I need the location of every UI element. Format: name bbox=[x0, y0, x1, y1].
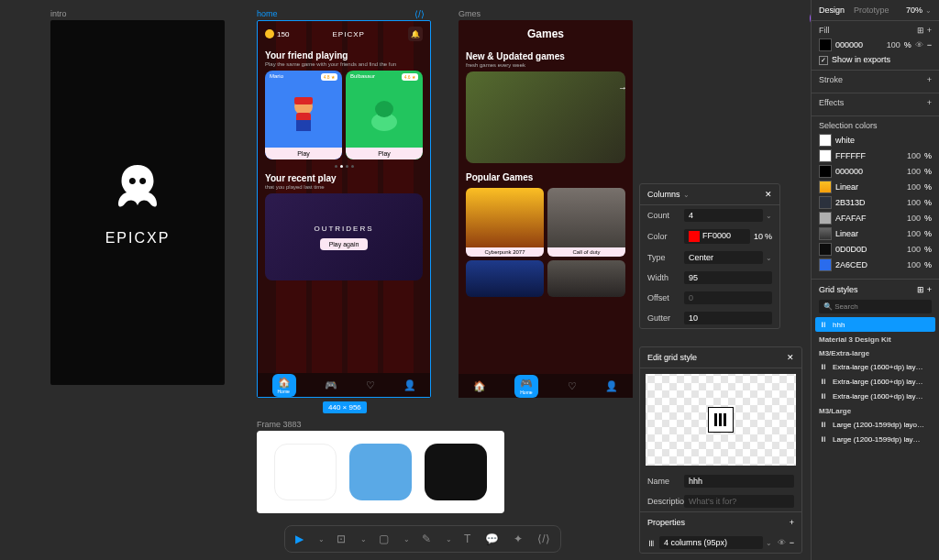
minus-icon[interactable]: − bbox=[790, 538, 794, 547]
frame-label-home[interactable]: home bbox=[257, 9, 278, 18]
frame-intro[interactable]: EPICXP bbox=[50, 20, 225, 385]
search-input[interactable]: 🔍 Search bbox=[819, 300, 932, 313]
pen-tool-icon[interactable]: ✎ bbox=[419, 530, 434, 548]
edit-grid-panel[interactable]: Edit grid style✕ Namehhh DescriptionWhat… bbox=[639, 346, 802, 554]
color-chip[interactable] bbox=[819, 149, 832, 162]
color-chip[interactable] bbox=[819, 243, 832, 256]
frame-tool-icon[interactable]: ⊡ bbox=[334, 530, 348, 548]
plus-icon[interactable]: + bbox=[927, 26, 932, 35]
swatch-blue[interactable] bbox=[349, 444, 412, 500]
dev-mode-icon[interactable]: ⟨/⟩ bbox=[535, 530, 552, 548]
nav-games[interactable]: 🎮Home bbox=[514, 375, 538, 398]
color-input[interactable]: FF0000 bbox=[684, 229, 750, 244]
plus-icon[interactable]: + bbox=[927, 98, 932, 107]
comment-tool-icon[interactable]: 💬 bbox=[482, 530, 502, 548]
color-chip[interactable] bbox=[819, 227, 832, 240]
dev-icon[interactable]: ⟨/⟩ bbox=[414, 9, 425, 19]
color-hex[interactable]: 000000 bbox=[835, 167, 903, 176]
rectangle-tool-icon[interactable]: ▢ bbox=[376, 530, 392, 548]
color-chip[interactable] bbox=[819, 134, 832, 147]
grid-style-item[interactable]: ⫼Large (1200-1599dp) lay… bbox=[815, 432, 935, 446]
popular-card-4[interactable] bbox=[547, 260, 625, 297]
nav-profile-icon[interactable]: 👤 bbox=[403, 379, 416, 391]
move-tool-icon[interactable]: ▶ bbox=[293, 530, 306, 548]
frame-games[interactable]: Games New & Updated games fresh games ev… bbox=[458, 20, 633, 398]
nav-heart-icon[interactable]: ♡ bbox=[568, 380, 577, 392]
name-input[interactable]: hhh bbox=[684, 475, 794, 488]
frame-label-intro[interactable]: intro bbox=[50, 9, 67, 18]
game-card-bulbasaur[interactable]: Bulbasaur4.6 ★ Play bbox=[346, 71, 423, 159]
popular-card-2[interactable]: Call of duty bbox=[547, 188, 625, 257]
color-chip[interactable] bbox=[819, 258, 832, 271]
arrow-right-icon[interactable]: → bbox=[618, 82, 627, 93]
color-hex[interactable]: FFFFFF bbox=[835, 151, 903, 160]
color-hex[interactable]: Linear bbox=[835, 229, 903, 238]
color-chip[interactable] bbox=[819, 196, 832, 209]
tab-prototype[interactable]: Prototype bbox=[854, 5, 889, 15]
play-again-button[interactable]: Play again bbox=[320, 238, 369, 250]
grid-style-item[interactable]: ⫼hhh bbox=[815, 317, 935, 332]
nav-home[interactable]: 🏠Home bbox=[272, 374, 296, 397]
property-value[interactable]: 4 columns (95px) bbox=[659, 536, 763, 549]
plus-icon[interactable]: + bbox=[927, 285, 932, 294]
nav-heart-icon[interactable]: ♡ bbox=[366, 379, 375, 391]
color-chip[interactable] bbox=[819, 165, 832, 178]
canvas[interactable]: intro EPICXP home ⟨/⟩ 150 EPICXP 🔔 Your … bbox=[0, 0, 600, 523]
color-hex[interactable]: 2A6CED bbox=[835, 260, 903, 269]
fill-chip[interactable] bbox=[819, 38, 832, 51]
plus-icon[interactable]: + bbox=[790, 518, 794, 527]
width-input[interactable]: 95 bbox=[684, 271, 772, 284]
grid-icon[interactable]: ⊞ bbox=[917, 26, 924, 35]
frame-label-games[interactable]: Gmes bbox=[458, 9, 481, 18]
swatch-white[interactable] bbox=[274, 444, 337, 500]
play-button[interactable]: Play bbox=[265, 148, 342, 159]
text-tool-icon[interactable]: T bbox=[461, 530, 473, 548]
bell-icon[interactable]: 🔔 bbox=[408, 27, 423, 41]
nav-games-icon[interactable]: 🎮 bbox=[325, 379, 337, 391]
color-chip[interactable] bbox=[819, 212, 832, 225]
type-select[interactable]: Center bbox=[684, 251, 763, 264]
close-icon[interactable]: ✕ bbox=[765, 190, 772, 199]
color-hex[interactable]: Linear bbox=[835, 182, 903, 192]
color-chip[interactable] bbox=[819, 181, 832, 193]
swatch-black[interactable] bbox=[425, 444, 487, 500]
plus-icon[interactable]: + bbox=[927, 75, 932, 84]
fill-pct[interactable]: 100 bbox=[887, 40, 900, 49]
offset-input[interactable]: 0 bbox=[684, 291, 772, 304]
frame-label-3883[interactable]: Frame 3883 bbox=[257, 420, 302, 429]
grid-style-item[interactable]: ⫼Extra-large (1600+dp) lay… bbox=[815, 374, 935, 389]
color-hex[interactable]: 0D0D0D bbox=[835, 245, 903, 254]
nav-home-icon[interactable]: 🏠 bbox=[473, 380, 486, 392]
chevron-down-icon[interactable]: ⌄ bbox=[766, 254, 772, 262]
grid-style-item[interactable]: ⫼Extra-large (1600+dp) lay… bbox=[815, 359, 935, 374]
count-input[interactable]: 4 bbox=[684, 209, 763, 222]
gutter-input[interactable]: 10 bbox=[684, 312, 772, 324]
frame-home[interactable]: 150 EPICXP 🔔 Your friend playing Play th… bbox=[257, 20, 431, 398]
popular-card-1[interactable]: Cyberpunk 2077 bbox=[466, 188, 544, 257]
eye-icon[interactable]: 👁 bbox=[915, 40, 923, 49]
desc-input[interactable]: What's it for? bbox=[684, 495, 794, 508]
frame-3883[interactable] bbox=[257, 431, 504, 513]
checkbox[interactable]: ✓ bbox=[819, 56, 828, 65]
grid-style-item[interactable]: ⫼Large (1200-1599dp) layo… bbox=[815, 417, 935, 432]
tab-design[interactable]: Design bbox=[819, 5, 845, 15]
carousel-dots[interactable] bbox=[258, 163, 430, 170]
library-icon[interactable]: ⊞ bbox=[917, 285, 924, 294]
close-icon[interactable]: ✕ bbox=[787, 353, 794, 362]
minus-icon[interactable]: − bbox=[927, 40, 932, 49]
coin-balance[interactable]: 150 bbox=[265, 29, 289, 38]
nav-profile-icon[interactable]: 👤 bbox=[605, 380, 618, 392]
grid-style-item[interactable]: ⫼Extra-large (1600+dp) lay… bbox=[815, 389, 935, 403]
zoom-level[interactable]: 70%⌄ bbox=[906, 5, 932, 15]
chevron-down-icon[interactable]: ⌄ bbox=[683, 191, 690, 199]
popular-card-3[interactable] bbox=[466, 260, 544, 297]
color-pct[interactable]: 10 bbox=[754, 232, 763, 241]
chevron-down-icon[interactable]: ⌄ bbox=[766, 212, 772, 220]
game-card-mario[interactable]: Mario4.8 ★ Play bbox=[265, 71, 342, 159]
fill-hex[interactable]: 000000 bbox=[835, 40, 883, 49]
color-hex[interactable]: 2B313D bbox=[835, 198, 903, 207]
hero-game-image[interactable] bbox=[466, 71, 625, 163]
color-hex[interactable]: AFAFAF bbox=[835, 214, 903, 223]
eye-icon[interactable]: 👁 bbox=[778, 538, 786, 547]
columns-panel[interactable]: Columns⌄✕ Count4⌄ ColorFF000010% TypeCen… bbox=[639, 183, 780, 329]
